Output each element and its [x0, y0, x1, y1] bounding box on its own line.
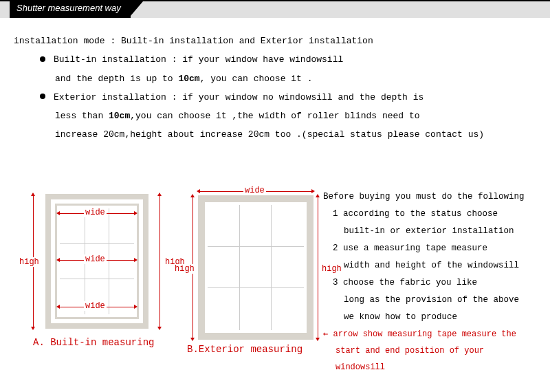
bullet-2-line-3: increase 20cm,height about increase 20cm…	[14, 125, 550, 144]
bullet-2-line-1: Exterior installation : if your window n…	[14, 88, 550, 107]
wide-label: wide	[243, 186, 266, 195]
bullet-2b-bold: 10cm	[109, 111, 130, 121]
caption-b: B.Exterior measuring	[187, 344, 302, 355]
note-line-2: start and end position of your windowsil…	[323, 342, 535, 375]
high-label: high	[18, 257, 41, 267]
high-arrow	[160, 194, 160, 329]
intro-line: installation mode : Built-in installatio…	[14, 32, 550, 50]
step-3b: long as the provision of the above	[323, 292, 535, 309]
step-2: 2 use a measuring tape measure	[323, 240, 535, 257]
bullet-dot-icon	[40, 56, 45, 62]
steps-intro: Before buying you must do the following	[323, 188, 535, 206]
window-b-grid	[208, 205, 304, 330]
bullet-1-line-1: Built-in installation : if your window h…	[14, 50, 550, 69]
bullet-1a-text: Built-in installation : if your window h…	[54, 54, 343, 65]
step-3: 3 choose the fabric you like	[323, 274, 535, 292]
step-1: 1 according to the status choose	[323, 206, 535, 223]
note-1-text: arrow show measuring tape measure the	[333, 329, 516, 339]
bullet-1b-bold: 10cm	[178, 74, 199, 84]
bullet-dot-icon	[40, 94, 45, 99]
bullet-1b-text: and the depth is up to	[55, 74, 178, 84]
header-title-tab: Shutter measurement way	[10, 1, 131, 18]
bullet-2-line-2: less than 10cm,you can choose it ,the wi…	[14, 107, 550, 125]
left-arrow-icon: ⇐	[323, 329, 328, 339]
high-arrow	[318, 195, 318, 340]
bullet-1b-tail: , you can choose it .	[200, 74, 313, 84]
bullet-2b-text: less than	[55, 111, 109, 121]
header-bar: Shutter measurement way	[0, 0, 550, 18]
wide-label: wide	[84, 208, 107, 217]
wide-label: wide	[84, 301, 107, 311]
caption-a: A. Built-in measuring	[33, 337, 154, 348]
bullet-2a-text: Exterior installation : if your window n…	[54, 92, 424, 102]
bullet-1-line-2: and the depth is up to 10cm, you can cho…	[14, 69, 550, 88]
steps-block: Before buying you must do the following …	[323, 188, 535, 375]
step-2b: width and height of the windowsill	[323, 257, 535, 274]
note-line-1: ⇐ arrow show measuring tape measure the	[323, 326, 535, 342]
step-1b: built-in or exterior installation	[323, 223, 535, 240]
wide-label: wide	[84, 254, 107, 264]
header-title-text: Shutter measurement way	[16, 3, 121, 13]
step-3c: we know how to produce	[323, 309, 535, 326]
bullet-2b-tail: ,you can choose it ,the width of roller …	[130, 111, 419, 121]
window-b-frame	[198, 195, 314, 340]
high-label: high	[173, 264, 196, 274]
content-area: installation mode : Built-in installatio…	[0, 18, 550, 144]
